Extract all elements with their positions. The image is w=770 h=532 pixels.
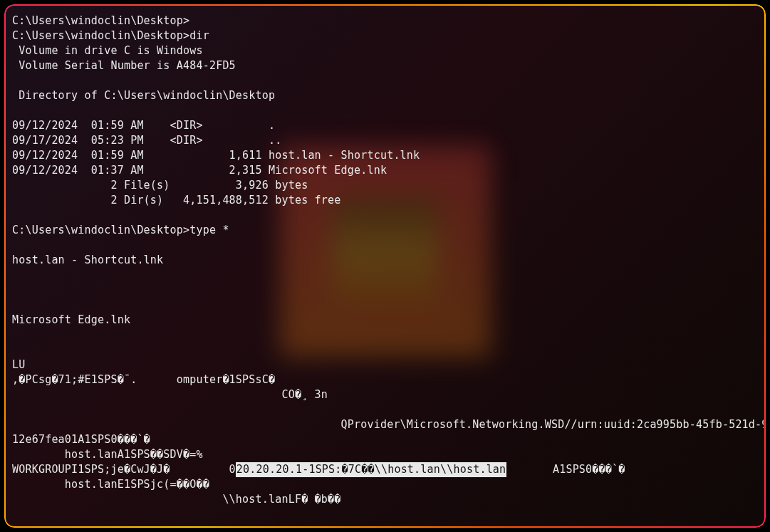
blank-line — [12, 103, 758, 118]
binary-output: ,�PCsg�71;#E1SPS�¯. omputer�1SPSsC� — [12, 372, 758, 387]
binary-output-right: A1SPS0���`� — [506, 462, 625, 477]
blank-line — [12, 402, 758, 417]
binary-output: 12e67fea01A1SPS0���`� — [12, 432, 758, 447]
blank-line — [12, 283, 758, 298]
directory-of-line: Directory of C:\Users\windoclin\Desktop — [12, 88, 758, 103]
prompt-line: C:\Users\windoclin\Desktop> — [12, 14, 758, 28]
binary-output-row: WORKGROUPI1SPS;je�CwJ�J� 020.20.20.1-1SP… — [12, 462, 758, 477]
blank-line — [12, 343, 758, 358]
dir-entry: 09/17/2024 05:23 PM <DIR> .. — [12, 133, 758, 148]
terminal-window[interactable]: C:\Users\windoclin\Desktop> C:\Users\win… — [4, 4, 766, 528]
dir-summary-dirs: 2 Dir(s) 4,151,488,512 bytes free — [12, 193, 758, 208]
binary-output-left: WORKGROUPI1SPS;je�CwJ�J� 0 — [12, 462, 236, 477]
blank-line — [12, 73, 758, 88]
dir-entry: 09/12/2024 01:37 AM 2,315 Microsoft Edge… — [12, 163, 758, 178]
blank-line — [12, 238, 758, 253]
dir-summary-files: 2 File(s) 3,926 bytes — [12, 178, 758, 193]
terminal-output[interactable]: C:\Users\windoclin\Desktop> C:\Users\win… — [6, 6, 764, 526]
volume-serial-line: Volume Serial Number is A484-2FD5 — [12, 58, 758, 73]
prompt-line-dir: C:\Users\windoclin\Desktop>dir — [12, 28, 758, 43]
highlighted-ip-path: 20.20.20.1-1SPS:�7C��\\host.lan\\host.la… — [236, 462, 506, 477]
binary-output: host.lanA1SPS��SDV�=% — [12, 447, 758, 462]
blank-line — [12, 208, 758, 223]
dir-entry: 09/12/2024 01:59 AM 1,611 host.lan - Sho… — [12, 148, 758, 163]
blank-line — [12, 268, 758, 283]
binary-output: QProvider\Microsoft.Networking.WSD//urn:… — [12, 417, 758, 432]
binary-output: \\host.lanLF� �b�� — [12, 492, 758, 507]
prompt-line-type: C:\Users\windoclin\Desktop>type * — [12, 223, 758, 238]
binary-output: LU — [12, 358, 758, 372]
file-header: host.lan - Shortcut.lnk — [12, 253, 758, 268]
blank-line — [12, 328, 758, 343]
binary-output: CO�¸ 3n — [12, 387, 758, 402]
blank-line — [12, 298, 758, 313]
file-header: Microsoft Edge.lnk — [12, 313, 758, 328]
volume-line: Volume in drive C is Windows — [12, 43, 758, 58]
binary-output: host.lanE1SPSjc(=��O�� — [12, 477, 758, 492]
dir-entry: 09/12/2024 01:59 AM <DIR> . — [12, 118, 758, 133]
